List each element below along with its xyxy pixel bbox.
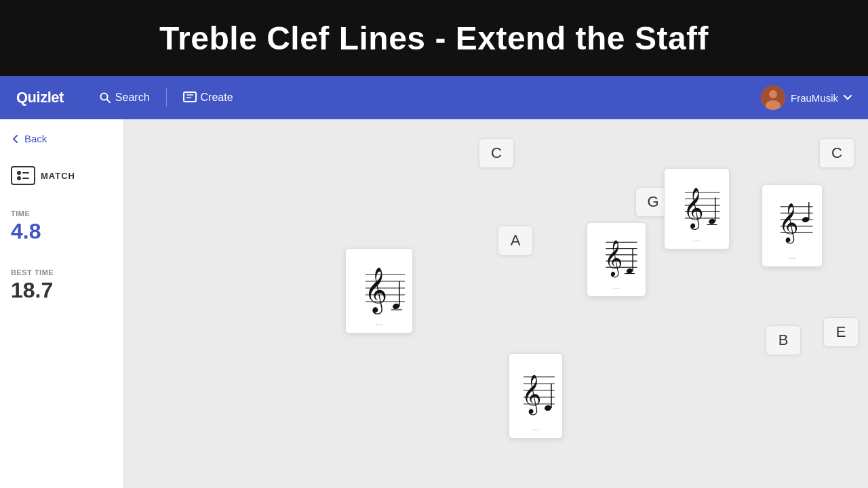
label-card-b[interactable]: B	[766, 325, 801, 355]
main-layout: Back MATCH TIME 4.8	[0, 119, 868, 488]
music-card-2[interactable]: 𝄞 ...	[587, 222, 646, 297]
music-notation-4: 𝄞	[768, 190, 816, 249]
music-card-4[interactable]: 𝄞 ...	[762, 184, 823, 267]
music-card-1[interactable]: 𝄞 ...	[345, 248, 413, 333]
card-dots: ...	[613, 281, 620, 291]
user-menu[interactable]: FrauMusik	[761, 85, 852, 110]
card-dots: ...	[789, 251, 795, 261]
search-label: Search	[115, 92, 150, 104]
nav-divider	[166, 88, 167, 107]
navbar: Quizlet Search Create Frau	[0, 76, 868, 119]
avatar	[761, 85, 785, 110]
card-dots: ...	[376, 318, 382, 327]
svg-point-6	[769, 90, 777, 98]
search-icon	[99, 92, 111, 104]
match-mode: MATCH	[11, 166, 113, 185]
svg-line-1	[106, 100, 110, 103]
music-card-3[interactable]: 𝄞 ...	[664, 168, 730, 249]
svg-point-58	[544, 405, 551, 411]
create-icon	[183, 92, 197, 104]
music-notation-3: 𝄞	[671, 174, 724, 231]
back-label: Back	[24, 133, 47, 144]
music-card-6[interactable]: 𝄞 ...	[509, 353, 563, 439]
svg-text:𝄞: 𝄞	[778, 203, 799, 244]
page-title: Treble Clef Lines - Extend the Staff	[159, 20, 709, 57]
nav-center: Search Create	[91, 86, 241, 109]
create-button[interactable]: Create	[175, 86, 241, 109]
svg-point-14	[392, 303, 400, 310]
time-value: 4.8	[11, 219, 113, 244]
back-button[interactable]: Back	[11, 133, 113, 144]
svg-text:𝄞: 𝄞	[604, 240, 623, 278]
sidebar: Back MATCH TIME 4.8	[0, 119, 124, 488]
game-area: C C G A B E	[124, 119, 868, 488]
match-icon	[11, 166, 35, 185]
best-time-value: 18.7	[11, 278, 113, 303]
music-notation-6: 𝄞	[514, 359, 558, 420]
music-notation-2: 𝄞	[593, 228, 640, 279]
best-time-label: BEST TIME	[11, 268, 54, 277]
time-section: TIME 4.8	[11, 207, 113, 244]
label-card-e[interactable]: E	[823, 317, 859, 347]
label-card-a[interactable]: A	[498, 226, 533, 256]
match-label: MATCH	[41, 171, 75, 181]
best-time-section: BEST TIME 18.7	[11, 266, 113, 303]
time-label: TIME	[11, 209, 30, 218]
label-card-c2[interactable]: C	[819, 138, 854, 168]
create-label: Create	[201, 92, 233, 104]
chevron-down-icon	[844, 95, 852, 100]
card-dots: ...	[693, 234, 700, 243]
svg-text:𝄞: 𝄞	[683, 188, 704, 230]
brand-logo[interactable]: Quizlet	[16, 89, 64, 106]
svg-point-32	[708, 218, 715, 225]
svg-rect-2	[184, 92, 196, 102]
title-bar: Treble Clef Lines - Extend the Staff	[0, 0, 868, 76]
back-arrow-icon	[11, 134, 20, 144]
svg-text:𝄞: 𝄞	[521, 375, 542, 415]
username: FrauMusik	[791, 92, 838, 104]
search-button[interactable]: Search	[91, 86, 158, 109]
svg-text:𝄞: 𝄞	[364, 267, 387, 314]
music-notation-1: 𝄞	[352, 254, 406, 315]
label-card-c1[interactable]: C	[479, 138, 514, 168]
card-dots: ...	[532, 423, 539, 432]
